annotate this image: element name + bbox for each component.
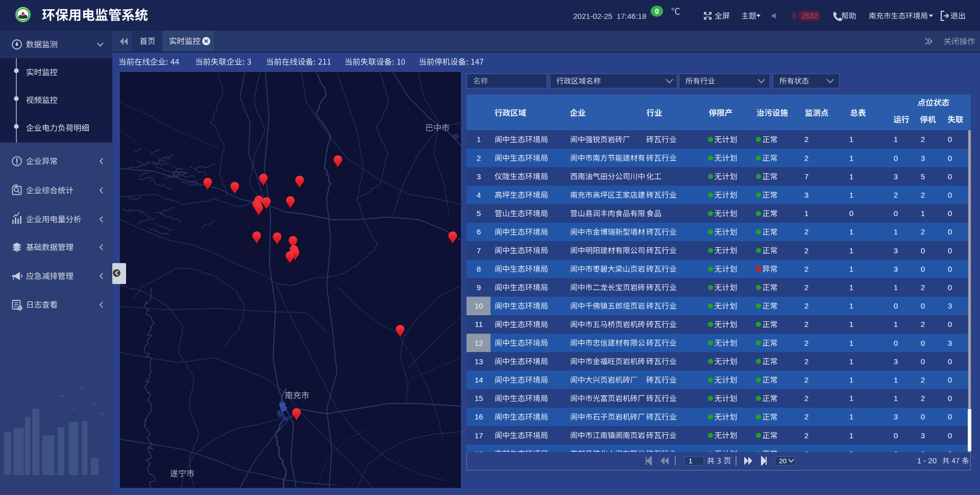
svg-text:0: 0: [948, 191, 952, 199]
svg-text:2: 2: [804, 246, 808, 255]
svg-text:7: 7: [477, 246, 481, 255]
svg-text:2: 2: [804, 227, 808, 236]
svg-text:0: 0: [921, 412, 925, 421]
svg-text:0: 0: [948, 375, 952, 384]
svg-text:7: 7: [804, 172, 808, 181]
svg-text:3: 3: [894, 246, 898, 255]
svg-text:2: 2: [894, 191, 898, 199]
svg-text:1: 1: [894, 320, 898, 328]
svg-text:2: 2: [921, 375, 925, 384]
svg-text:1: 1: [849, 301, 853, 310]
svg-text:2: 2: [804, 431, 808, 440]
svg-text:0: 0: [921, 301, 925, 310]
svg-text:0: 0: [948, 135, 952, 144]
svg-text:0: 0: [948, 431, 952, 440]
svg-text:1: 1: [849, 431, 853, 440]
svg-text:1: 1: [849, 320, 853, 328]
svg-text:2: 2: [921, 283, 925, 292]
svg-text:1: 1: [894, 283, 898, 292]
svg-text:0: 0: [948, 394, 952, 403]
svg-text:0: 0: [948, 172, 952, 181]
svg-text:0: 0: [948, 209, 952, 218]
svg-text:2: 2: [804, 394, 808, 403]
svg-text:11: 11: [475, 320, 483, 328]
svg-text:3: 3: [894, 412, 898, 421]
svg-text:1: 1: [849, 246, 853, 255]
svg-text:0: 0: [894, 339, 898, 347]
svg-text:15: 15: [475, 394, 483, 403]
svg-text:3: 3: [894, 357, 898, 366]
svg-text:2021-02-25 17:46:18: 2021-02-25 17:46:18: [573, 12, 646, 20]
svg-text:8: 8: [477, 265, 481, 273]
svg-text:0: 0: [849, 209, 853, 218]
svg-text:0: 0: [948, 154, 952, 162]
svg-text:2: 2: [804, 265, 808, 273]
svg-text:1: 1: [849, 154, 853, 162]
svg-text:2: 2: [804, 283, 808, 292]
svg-text:1: 1: [849, 135, 853, 144]
svg-text:3: 3: [948, 301, 952, 310]
svg-text:1: 1: [894, 375, 898, 384]
svg-text:3: 3: [894, 172, 898, 181]
svg-text:2: 2: [921, 227, 925, 236]
svg-text:0: 0: [921, 246, 925, 255]
svg-text:0: 0: [948, 227, 952, 236]
svg-text:1: 1: [849, 227, 853, 236]
svg-text:0: 0: [948, 412, 952, 421]
svg-text:1: 1: [849, 357, 853, 366]
svg-text:16: 16: [475, 412, 483, 421]
svg-text:1: 1: [894, 135, 898, 144]
svg-text:2: 2: [921, 320, 925, 328]
svg-text:2: 2: [804, 154, 808, 162]
svg-text:0: 0: [894, 154, 898, 162]
svg-text:1: 1: [849, 375, 853, 384]
svg-text:1: 1: [804, 209, 808, 218]
svg-text:1: 1: [894, 394, 898, 403]
svg-text:3: 3: [948, 339, 952, 347]
svg-text:1: 1: [849, 412, 853, 421]
svg-text:9: 9: [477, 283, 481, 292]
svg-text:14: 14: [475, 375, 483, 384]
svg-text:1: 1: [477, 135, 481, 144]
svg-text:0: 0: [894, 431, 898, 440]
svg-text:1: 1: [894, 227, 898, 236]
svg-text:1: 1: [849, 339, 853, 347]
svg-text:3: 3: [894, 265, 898, 273]
svg-text:1: 1: [849, 172, 853, 181]
svg-text:0: 0: [894, 209, 898, 218]
svg-text:2: 2: [921, 394, 925, 403]
svg-text:1: 1: [921, 209, 925, 218]
svg-text:1: 1: [849, 394, 853, 403]
svg-text:20: 20: [779, 457, 787, 465]
svg-text:2: 2: [477, 154, 481, 162]
svg-text:2: 2: [804, 357, 808, 366]
svg-text:4: 4: [477, 191, 481, 199]
svg-text:1 - 20: 1 - 20: [917, 456, 937, 465]
svg-text:0: 0: [948, 265, 952, 273]
svg-text:2: 2: [921, 135, 925, 144]
svg-text:1: 1: [849, 191, 853, 199]
svg-text:0: 0: [894, 301, 898, 310]
svg-text:0: 0: [948, 283, 952, 292]
svg-text:10: 10: [475, 301, 483, 310]
svg-text:5: 5: [477, 209, 481, 218]
svg-text:0: 0: [655, 7, 659, 15]
svg-text:2632: 2632: [801, 12, 817, 20]
svg-text:1: 1: [689, 457, 693, 465]
svg-text:12: 12: [475, 339, 483, 347]
svg-text:1: 1: [849, 283, 853, 292]
svg-text:2: 2: [804, 301, 808, 310]
svg-text:2: 2: [804, 412, 808, 421]
svg-text:6: 6: [477, 227, 481, 236]
svg-text:1: 1: [849, 265, 853, 273]
svg-text:3: 3: [804, 191, 808, 199]
svg-text:5: 5: [921, 172, 925, 181]
svg-text:3: 3: [921, 154, 925, 162]
svg-text:2: 2: [804, 339, 808, 347]
svg-text:0: 0: [948, 320, 952, 328]
svg-text:13: 13: [475, 357, 483, 366]
svg-text:17: 17: [475, 431, 483, 440]
svg-text:3: 3: [921, 431, 925, 440]
svg-text:2: 2: [804, 320, 808, 328]
svg-text:2: 2: [921, 191, 925, 199]
